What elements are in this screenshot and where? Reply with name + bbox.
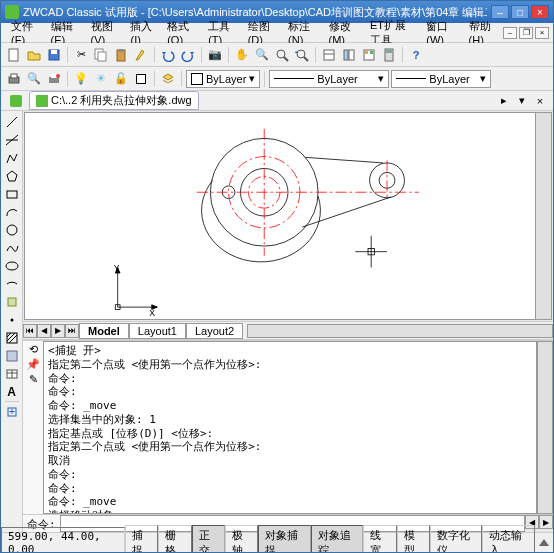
publish-icon[interactable]: [45, 70, 63, 88]
vertical-scrollbar[interactable]: [535, 113, 551, 319]
tab-layout1[interactable]: Layout1: [129, 323, 186, 339]
hatch-icon[interactable]: [3, 329, 21, 346]
svg-rect-12: [344, 50, 348, 60]
layer-on-icon[interactable]: 💡: [72, 70, 90, 88]
status-bar: 599.00, 44.00, 0.00 捕捉 栅格 正交 极轴 对象捕捉 对象追…: [1, 532, 553, 552]
coordinates-display[interactable]: 599.00, 44.00, 0.00: [1, 527, 125, 554]
tab-last-icon[interactable]: ⏭: [65, 324, 79, 338]
design-center-icon[interactable]: [340, 46, 358, 64]
text-icon[interactable]: A: [3, 383, 21, 400]
cut-icon[interactable]: ✂: [72, 46, 90, 64]
block-icon[interactable]: [3, 293, 21, 310]
dwg-icon: [36, 95, 48, 107]
zw-logo-icon[interactable]: [7, 92, 25, 110]
close-tab-icon[interactable]: ×: [533, 94, 547, 108]
add-selected-icon[interactable]: +: [3, 403, 21, 420]
ellipse-arc-icon[interactable]: [3, 275, 21, 292]
freeze-icon[interactable]: ☀: [92, 70, 110, 88]
separator: [67, 47, 68, 63]
document-tab[interactable]: C:\..2 利用夹点拉伸对象.dwg: [29, 91, 199, 110]
rect-icon[interactable]: [3, 185, 21, 202]
xline-icon[interactable]: [3, 131, 21, 148]
pan-icon[interactable]: ✋: [233, 46, 251, 64]
lineweight-value: ByLayer: [429, 73, 469, 85]
spline-icon[interactable]: [3, 239, 21, 256]
mdi-close-button[interactable]: ×: [535, 27, 549, 39]
new-icon[interactable]: [5, 46, 23, 64]
zoom-prev-icon[interactable]: [293, 46, 311, 64]
camera-icon[interactable]: 📷: [206, 46, 224, 64]
maximize-button[interactable]: □: [511, 5, 529, 19]
layer-color-icon[interactable]: [132, 70, 150, 88]
horizontal-scrollbar[interactable]: [247, 324, 553, 338]
ellipse-icon[interactable]: [3, 257, 21, 274]
print-icon[interactable]: [5, 70, 23, 88]
color-swatch-icon: [191, 73, 203, 85]
help-icon[interactable]: ?: [407, 46, 425, 64]
region-icon[interactable]: [3, 347, 21, 364]
tab-menu-icon[interactable]: ▸: [497, 94, 511, 108]
cmd-right-icon[interactable]: ▶: [539, 515, 553, 529]
tab-model[interactable]: Model: [79, 323, 129, 339]
mdi-restore-button[interactable]: ❐: [519, 27, 533, 39]
status-osnap[interactable]: 对象捕捉: [258, 525, 311, 554]
tab-first-icon[interactable]: ⏮: [23, 324, 37, 338]
open-icon[interactable]: [25, 46, 43, 64]
separator: [154, 47, 155, 63]
status-ortho[interactable]: 正交: [192, 525, 225, 554]
arc-icon[interactable]: [3, 203, 21, 220]
circle-icon[interactable]: [3, 221, 21, 238]
chevron-down-icon[interactable]: ▾: [515, 94, 529, 108]
command-history[interactable]: <捕捉 开> 指定第二个点或 <使用第一个点作为位移>: 命令: 命令: 命令:…: [43, 341, 537, 514]
svg-line-24: [7, 117, 17, 127]
status-tray-icon[interactable]: [539, 539, 549, 546]
polygon-icon[interactable]: [3, 167, 21, 184]
svg-rect-28: [7, 191, 17, 198]
copy-icon[interactable]: [92, 46, 110, 64]
svg-line-35: [7, 333, 15, 341]
close-button[interactable]: ×: [531, 5, 549, 19]
drawing-canvas[interactable]: Y X: [24, 112, 552, 320]
table-icon[interactable]: [3, 365, 21, 382]
calc-icon[interactable]: [380, 46, 398, 64]
status-otrack[interactable]: 对象追踪: [311, 525, 364, 554]
point-icon[interactable]: [3, 311, 21, 328]
linetype-dropdown[interactable]: ByLayer ▾: [269, 70, 389, 88]
status-polar[interactable]: 极轴: [225, 525, 258, 554]
tab-layout2[interactable]: Layout2: [186, 323, 243, 339]
svg-rect-37: [7, 351, 17, 361]
zoom-window-icon[interactable]: [273, 46, 291, 64]
preview-icon[interactable]: 🔍: [25, 70, 43, 88]
svg-point-23: [56, 74, 60, 78]
layer-manager-icon[interactable]: [159, 70, 177, 88]
mdi-minimize-button[interactable]: –: [503, 27, 517, 39]
tool-palette-icon[interactable]: [360, 46, 378, 64]
status-grid[interactable]: 栅格: [158, 525, 191, 554]
line-preview: [274, 78, 314, 79]
cmd-clear-icon[interactable]: ✎: [29, 373, 38, 386]
tab-prev-icon[interactable]: ◀: [37, 324, 51, 338]
command-icons: ⟲ 📌 ✎: [23, 341, 43, 514]
match-icon[interactable]: [132, 46, 150, 64]
undo-icon[interactable]: [159, 46, 177, 64]
status-model[interactable]: 模型: [397, 525, 430, 554]
save-icon[interactable]: [45, 46, 63, 64]
status-tablet[interactable]: 数字化仪: [430, 525, 483, 554]
properties-icon[interactable]: [320, 46, 338, 64]
redo-icon[interactable]: [179, 46, 197, 64]
pline-icon[interactable]: [3, 149, 21, 166]
standard-toolbar: ✂ 📷 ✋ 🔍 ?: [1, 43, 553, 67]
status-dyn[interactable]: 动态输入: [482, 525, 535, 554]
command-scrollbar[interactable]: [537, 341, 553, 514]
line-icon[interactable]: [3, 113, 21, 130]
tab-next-icon[interactable]: ▶: [51, 324, 65, 338]
zoom-realtime-icon[interactable]: 🔍: [253, 46, 271, 64]
cmd-recent-icon[interactable]: ⟲: [29, 343, 38, 356]
lineweight-dropdown[interactable]: ByLayer ▾: [391, 70, 491, 88]
lock-icon[interactable]: 🔓: [112, 70, 130, 88]
status-snap[interactable]: 捕捉: [125, 525, 158, 554]
color-dropdown[interactable]: ByLayer ▾: [186, 70, 260, 88]
cmd-pin-icon[interactable]: 📌: [26, 358, 40, 371]
status-lwt[interactable]: 线宽: [363, 525, 396, 554]
paste-icon[interactable]: [112, 46, 130, 64]
